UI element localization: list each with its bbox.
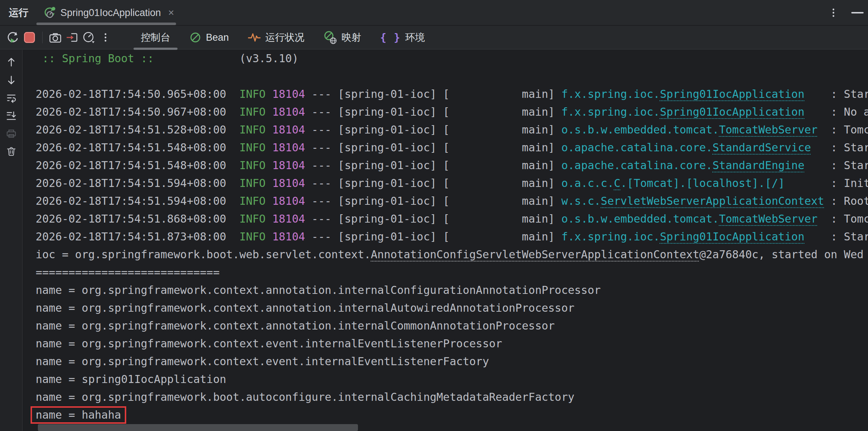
scroll-to-end-icon[interactable] [0,109,23,122]
logger-class-link[interactable]: Spring01IocApplication [660,105,804,118]
log-text: --- [spring-01-ioc] [ main] [305,195,561,207]
log-text: INFO [239,88,266,100]
log-text [266,88,272,100]
log-text: : Star [811,141,868,154]
run-config-tab[interactable]: Spring01IocApplication × [36,0,181,25]
logger-class-link[interactable]: Spring01IocApplication [660,88,804,100]
log-text: name = org.springframework.boot.autoconf… [36,391,574,403]
log-text: : No a [804,105,868,118]
log-text: o.s.b.w.embedded.tomcat. [561,212,719,225]
log-text: 18104 [272,105,305,118]
log-text: 2026-02-18T17:54:50.967+08:00 [36,105,239,118]
console-line: name = spring01IocApplication [36,370,868,388]
logger-class-link[interactable]: TomcatWebServer [719,212,817,225]
console-output[interactable]: :: Spring Boot :: (v3.5.10)2026-02-18T17… [23,49,868,431]
logger-class-link[interactable]: AnnotationConfigServletWebServerApplicat… [371,248,699,261]
soft-wrap-icon[interactable] [0,91,23,104]
next-occurrence-icon[interactable] [0,73,23,87]
clear-all-trash-icon[interactable] [0,145,23,158]
tab-console[interactable]: 控制台 [131,26,180,49]
log-text: o.s.b.w.embedded.tomcat. [561,123,719,136]
console-line [36,67,868,85]
tab-environment-label: 环境 [405,31,425,44]
health-pulse-icon [248,31,261,44]
log-text [266,177,272,189]
hide-tool-window-icon[interactable] [851,12,864,13]
more-actions-icon[interactable] [97,29,114,46]
log-text: --- [spring-01-ioc] [ main] [305,230,561,243]
log-text: name = hahaha [36,408,121,421]
log-text: name = org.springframework.context.event… [36,355,489,368]
log-text: : Root [824,195,868,207]
console-line: name = org.springframework.context.event… [36,352,868,370]
tab-bean-label: Bean [206,32,229,43]
log-text: 2026-02-18T17:54:51.548+08:00 [36,141,239,154]
log-text: 18104 [272,88,305,100]
log-text: 18104 [272,141,305,154]
run-toolbar: 控制台 Bean 运行状况 [0,26,868,49]
highlight-annotation-box: name = hahaha [31,406,126,424]
tab-bean[interactable]: Bean [180,26,238,49]
console-line: 2026-02-18T17:54:51.548+08:00 INFO 18104… [36,156,868,174]
logger-class-link[interactable]: ServletWebServerApplicationContext [601,195,824,207]
logger-class-link[interactable]: TomcatWebServer [719,123,817,136]
log-text: 18104 [272,195,305,207]
log-text [266,105,272,118]
logger-class-link[interactable]: StandardService [712,141,811,154]
toolbar-divider [42,32,43,43]
spring-boot-run-icon [43,6,56,19]
console-line: 2026-02-18T17:54:51.873+08:00 INFO 18104… [36,228,868,246]
log-text: --- [spring-01-ioc] [ main] [305,88,561,100]
log-text: INFO [239,105,266,118]
log-text: : Star [804,230,868,243]
log-text: (v3.5.10) [154,52,298,65]
log-text: 2026-02-18T17:54:51.873+08:00 [36,230,239,243]
print-icon[interactable] [0,127,23,140]
exit-app-icon[interactable] [64,29,80,46]
log-text: f.x.spring.ioc. [561,230,660,243]
tab-environment[interactable]: { } 环境 [371,26,434,49]
log-text: INFO [239,159,266,172]
log-text: name = spring01IocApplication [36,373,226,386]
log-text: --- [spring-01-ioc] [ main] [305,123,561,136]
log-text [266,123,272,136]
log-text: INFO [239,141,266,154]
log-text: o.apache.catalina.core. [561,159,712,172]
log-text: @2a76840c, started on Wed [699,248,864,261]
close-icon[interactable]: × [168,7,174,19]
log-text: name = org.springframework.context.annot… [36,302,574,314]
log-text: : Tomc [817,212,868,225]
rerun-button[interactable] [4,29,21,46]
log-text: INFO [239,230,266,243]
tab-console-label: 控制台 [141,31,170,44]
logger-class-link[interactable]: C [614,177,620,189]
logger-class-link[interactable]: StandardEngine [712,159,804,172]
thread-dump-camera-icon[interactable] [47,29,64,46]
log-text: --- [spring-01-ioc] [ main] [305,105,561,118]
log-text: 2026-02-18T17:54:50.965+08:00 [36,88,239,100]
more-options-icon[interactable] [825,4,842,21]
console-line: name = org.springframework.context.annot… [36,281,868,299]
tool-window-title: 运行 [9,6,28,19]
prev-occurrence-icon[interactable] [0,56,23,69]
log-text: f.x.spring.ioc. [561,88,660,100]
console-gutter [0,50,23,431]
log-text: 2026-02-18T17:54:51.594+08:00 [36,177,239,189]
heap-dump-gauge-icon[interactable] [80,29,97,46]
log-text: --- [spring-01-ioc] [ main] [305,141,561,154]
log-text: 2026-02-18T17:54:51.594+08:00 [36,195,239,207]
console-line: name = hahaha [36,406,868,424]
tab-mappings[interactable]: 映射 [314,26,371,49]
log-text: : Tomc [817,123,868,136]
log-text: 2026-02-18T17:54:51.868+08:00 [36,212,239,225]
log-text: --- [spring-01-ioc] [ main] [305,212,561,225]
stop-button[interactable] [21,29,38,46]
console-line: name = org.springframework.context.annot… [36,317,868,335]
tab-mappings-label: 映射 [342,31,361,44]
log-text: .[Tomcat].[localhost].[/] [621,177,785,189]
logger-class-link[interactable]: Spring01IocApplication [660,230,804,243]
tab-health[interactable]: 运行状况 [238,26,314,49]
horizontal-scrollbar-thumb[interactable] [38,424,358,431]
log-text: : Init [785,177,868,189]
log-text [266,212,272,225]
